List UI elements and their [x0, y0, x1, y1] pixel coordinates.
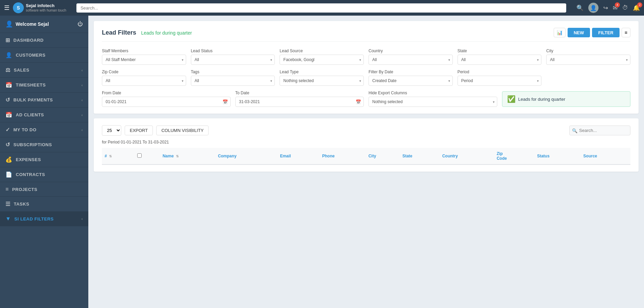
power-icon[interactable]: ⏻ — [77, 21, 83, 27]
col-status[interactable]: Status — [534, 148, 580, 165]
table-search-icon: 🔍 — [572, 128, 577, 133]
tags-select[interactable]: All — [191, 76, 275, 86]
col-email[interactable]: Email — [277, 148, 319, 165]
table-card: 25 EXPORT COLUMN VISIBILITY 🔍 for Period… — [94, 118, 639, 172]
sidebar-item-tasks[interactable]: ☰ TASKS — [0, 197, 88, 212]
col-state[interactable]: State — [400, 148, 440, 165]
col-checkbox[interactable] — [135, 148, 160, 165]
messages-icon[interactable]: ✉ 4 — [613, 4, 618, 12]
si-lead-icon: ▼ — [5, 216, 11, 222]
table-search-wrap: 🔍 — [569, 126, 630, 135]
lead-source-select[interactable]: Facebook, Googl — [280, 55, 364, 65]
sidebar-item-contracts[interactable]: 📄 CONTRACTS — [0, 167, 88, 182]
filter-row-1: Staff Members All Staff Member Lead Stat… — [102, 49, 630, 65]
sidebar-item-timesheets[interactable]: 📅 TIMESHEETS ‹ — [0, 78, 88, 93]
user-icon: 👤 — [5, 20, 13, 28]
chevron-icon: ‹ — [82, 83, 83, 87]
col-phone[interactable]: Phone — [320, 148, 366, 165]
sidebar-item-expenses[interactable]: 💰 EXPENSES — [0, 152, 88, 167]
col-hash: # ⇅ — [102, 148, 135, 165]
success-badge: ✅ Leads for during quarter — [502, 91, 631, 107]
logo: S Sejal infotech software with human tou… — [13, 2, 66, 13]
dashboard-icon: ⊞ — [5, 37, 10, 43]
filter-by-date-select[interactable]: Created Date — [369, 76, 453, 86]
clock-icon[interactable]: ⏱ — [622, 4, 628, 11]
customers-icon: 👤 — [5, 52, 13, 58]
hide-export-label: Hide Export Columns — [369, 91, 497, 95]
sort-icon: ⇅ — [109, 154, 112, 158]
export-button[interactable]: EXPORT — [125, 126, 153, 135]
sidebar-item-sales[interactable]: ⚖ SALES ‹ — [0, 63, 88, 78]
todo-icon: ✓ — [5, 127, 10, 133]
col-city[interactable]: City — [366, 148, 400, 165]
lead-type-select[interactable]: Nothing selected — [280, 76, 364, 86]
success-icon: ✅ — [507, 95, 516, 103]
sidebar-user: 👤 Welcome Sejal ⏻ — [0, 16, 88, 33]
sidebar-item-projects[interactable]: ≡ PROJECTS — [0, 182, 88, 197]
avatar[interactable]: 👤 — [588, 3, 598, 13]
lead-filters-card: Lead Filters Leads for during quarter 📊 … — [94, 21, 639, 114]
leads-table: # ⇅ Name ⇅ Company Email Phone City Stat… — [102, 148, 630, 165]
timesheets-icon: 📅 — [5, 82, 13, 88]
list-view-button[interactable]: ≡ — [622, 28, 630, 37]
col-country[interactable]: Country — [440, 148, 494, 165]
chevron-icon: ‹ — [82, 217, 83, 221]
to-date-input[interactable] — [235, 97, 364, 107]
lead-status-select[interactable]: All — [191, 55, 275, 65]
country-label: Country — [369, 49, 453, 53]
filter-by-date-label: Filter By Date — [369, 70, 453, 74]
tags-label: Tags — [191, 70, 275, 74]
forward-icon[interactable]: ↪ — [603, 4, 608, 12]
notifications-icon[interactable]: 🔔 2 — [633, 4, 640, 12]
topnav-icon-group: 🔍 👤 ↪ ✉ 4 ⏱ 🔔 2 — [576, 3, 640, 13]
sidebar-item-dashboard[interactable]: ⊞ DASHBOARD — [0, 33, 88, 48]
column-visibility-button[interactable]: COLUMN VISIBILITY — [156, 126, 209, 135]
state-label: State — [458, 49, 542, 53]
lead-source-label: Lead Source — [280, 49, 364, 53]
new-button[interactable]: NEW — [568, 28, 590, 37]
page-title: Lead Filters — [102, 29, 136, 36]
select-all-checkbox[interactable] — [137, 153, 142, 158]
table-search-input[interactable] — [569, 126, 630, 135]
from-date-input[interactable] — [102, 97, 231, 107]
staff-members-select[interactable]: All Staff Member — [102, 55, 186, 65]
period-select[interactable]: Period — [458, 76, 542, 86]
zip-code-select[interactable]: All — [102, 76, 186, 86]
rows-per-page-select[interactable]: 25 — [102, 125, 121, 136]
col-zip[interactable]: ZipCode — [494, 148, 534, 165]
zip-code-label: Zip Code — [102, 70, 186, 74]
chevron-icon: ‹ — [82, 68, 83, 72]
lead-type-label: Lead Type — [280, 70, 364, 74]
period-text: for Period 01-01-2021 To 31-03-2021 — [102, 140, 630, 145]
state-select[interactable]: All — [458, 55, 542, 65]
sidebar-item-ad-clients[interactable]: 📅 AD CLIENTS ‹ — [0, 108, 88, 122]
sidebar-item-subscriptions[interactable]: ↺ SUBSCRIPTIONS — [0, 137, 88, 152]
sidebar-item-si-lead-filters[interactable]: ▼ SI LEAD FILTERS ‹ — [0, 212, 88, 226]
country-select[interactable]: All — [369, 55, 453, 65]
ad-clients-icon: 📅 — [5, 112, 13, 118]
card-actions: 📊 NEW FILTER ≡ — [554, 28, 630, 37]
menu-icon[interactable]: ☰ — [4, 4, 10, 12]
chart-button[interactable]: 📊 — [554, 28, 566, 37]
table-toolbar: 25 EXPORT COLUMN VISIBILITY 🔍 — [102, 125, 630, 136]
search-icon[interactable]: 🔍 — [576, 4, 584, 12]
chevron-icon: ‹ — [82, 98, 83, 102]
sidebar-item-bulk-payments[interactable]: ↺ BULK PAYMENTS ‹ — [0, 93, 88, 108]
col-name[interactable]: Name ⇅ — [160, 148, 215, 165]
city-select[interactable]: All — [546, 55, 630, 65]
chevron-icon: ‹ — [82, 113, 83, 117]
hide-export-select[interactable]: Nothing selected — [369, 97, 497, 107]
success-text: Leads for during quarter — [518, 97, 566, 102]
col-company[interactable]: Company — [215, 148, 278, 165]
sidebar-item-customers[interactable]: 👤 CUSTOMERS — [0, 48, 88, 63]
from-date-label: From Date — [102, 91, 231, 95]
staff-members-label: Staff Members — [102, 49, 186, 53]
global-search-input[interactable] — [76, 3, 566, 13]
filter-button[interactable]: FILTER — [592, 28, 620, 37]
top-navigation: ☰ S Sejal infotech software with human t… — [0, 0, 644, 16]
chevron-icon: ‹ — [82, 128, 83, 132]
page-subtitle: Leads for during quarter — [141, 30, 192, 36]
sort-icon: ⇅ — [176, 154, 179, 158]
sidebar-item-my-todo[interactable]: ✓ MY TO DO ‹ — [0, 122, 88, 137]
col-source[interactable]: Source — [580, 148, 630, 165]
